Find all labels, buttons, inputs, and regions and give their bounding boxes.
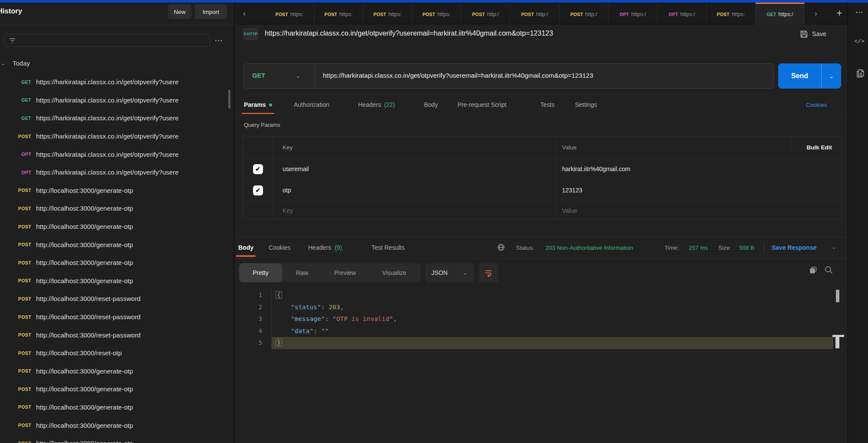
save-button[interactable]: Save <box>812 30 826 37</box>
save-icon[interactable] <box>800 30 808 38</box>
response-section-divider <box>235 237 848 237</box>
history-item[interactable]: OPThttps://harkiratapi.classx.co.in/get/… <box>0 145 231 163</box>
cookies-link[interactable]: Cookies <box>806 95 827 114</box>
history-item[interactable]: POSThttps://harkiratapi.classx.co.in/get… <box>0 127 231 145</box>
response-body-code[interactable]: 1{2 "status": 203,3 "message": "OTP is i… <box>235 289 833 349</box>
today-group-label[interactable]: Today <box>13 60 30 67</box>
open-request-tab[interactable]: OPThttps:/ <box>658 3 707 24</box>
save-response-chevron-icon[interactable]: ⌄ <box>832 244 836 250</box>
response-tab-cookies[interactable]: Cookies <box>269 238 291 257</box>
wrap-text-button[interactable] <box>479 263 499 282</box>
tab-url-label: http:/ <box>536 11 548 17</box>
request-tab-tests[interactable]: Tests <box>540 95 555 114</box>
history-item[interactable]: GEThttps://harkiratapi.classx.co.in/get/… <box>0 91 231 109</box>
history-filter-input[interactable] <box>3 34 210 47</box>
search-response-icon[interactable] <box>824 265 833 274</box>
open-request-tab[interactable]: GEThttps:/ <box>756 3 805 24</box>
request-tab-pre-request-script[interactable]: Pre-request Script <box>457 95 506 114</box>
sidebar-scrollbar-thumb[interactable] <box>228 89 230 109</box>
history-item[interactable]: POSThttp://localhost:3000/generate-otp <box>0 199 231 218</box>
today-collapse-chevron-icon[interactable]: ⌄ <box>1 60 6 66</box>
url-input[interactable]: https://harkiratapi.classx.co.in/get/otp… <box>323 72 766 79</box>
method-selector-chevron-icon[interactable]: ⌄ <box>296 73 300 79</box>
history-url: http://localhost:3000/reset-password <box>36 331 141 339</box>
view-mode-pretty[interactable]: Pretty <box>239 263 282 282</box>
history-item[interactable]: POSThttp://localhost:3000/generate-otp <box>0 272 231 290</box>
request-tab-headers[interactable]: Headers(22) <box>358 95 395 114</box>
param-value-cell[interactable]: harkirat.iitr%40gmail.com <box>562 165 630 172</box>
history-item[interactable]: POSThttp://localhost:3000/reset-otp <box>0 344 231 362</box>
request-tab-params[interactable]: Params <box>244 95 272 114</box>
tab-label: Params <box>244 101 266 108</box>
request-tab-body[interactable]: Body <box>424 95 438 114</box>
history-item[interactable]: POSThttp://localhost:3000/generate-otp <box>0 218 231 236</box>
history-item[interactable]: POSThttp://localhost:3000/reset-password <box>0 326 231 344</box>
history-item[interactable]: POSThttp://localhost:3000/generate-otp <box>0 416 231 434</box>
open-request-tab[interactable]: POSThttp:/ <box>461 3 510 24</box>
history-item[interactable]: POSThttp://localhost:3000/generate-otp <box>0 380 231 398</box>
code-snippet-icon[interactable]: </> <box>851 36 868 46</box>
history-item[interactable]: GEThttps://harkiratapi.classx.co.in/get/… <box>0 109 231 127</box>
import-button[interactable]: Import <box>195 4 227 19</box>
sidebar-header-divider <box>0 25 234 25</box>
history-item[interactable]: OPThttps://harkiratapi.classx.co.in/get/… <box>0 163 231 182</box>
param-key-placeholder[interactable]: Key <box>283 207 293 214</box>
tabs-scroll-right-icon[interactable]: › <box>810 7 822 20</box>
tab-method-label: POST <box>325 12 337 17</box>
history-item[interactable]: POSThttp://localhost:3000/generate-otp <box>0 235 231 254</box>
tabs-scroll-left-icon[interactable]: ‹ <box>238 7 250 20</box>
tab-url-label: http:/ <box>487 11 499 17</box>
send-label[interactable]: Send <box>778 63 821 89</box>
copy-response-icon[interactable] <box>809 266 818 274</box>
tab-url-label: https: <box>388 11 402 17</box>
open-request-tab[interactable]: POSThttps: <box>265 3 314 24</box>
send-button[interactable]: Send ⌄ <box>778 63 841 89</box>
param-value-placeholder[interactable]: Value <box>562 207 577 214</box>
open-request-tab[interactable]: POSThttps: <box>363 3 412 24</box>
history-item[interactable]: GEThttps://harkiratapi.classx.co.in/get/… <box>0 73 231 91</box>
response-tab-headers[interactable]: Headers(9) <box>308 238 342 257</box>
new-button[interactable]: New <box>168 4 191 19</box>
view-mode-raw[interactable]: Raw <box>282 263 322 282</box>
tab-overflow-menu-icon[interactable]: ••• <box>852 7 868 17</box>
save-response-button[interactable]: Save Response <box>772 244 817 251</box>
param-key-cell[interactable]: otp <box>283 187 291 194</box>
history-more-options-icon[interactable]: ••• <box>212 34 227 47</box>
view-mode-preview[interactable]: Preview <box>322 263 368 282</box>
param-value-cell[interactable]: 123123 <box>562 187 582 194</box>
open-request-tab[interactable]: POSThttps: <box>314 3 363 24</box>
response-format-dropdown[interactable]: JSON ⌄ <box>425 263 474 282</box>
open-request-tab[interactable]: POSThttps: <box>707 3 756 24</box>
tab-label: Settings <box>575 101 597 108</box>
documentation-icon[interactable] <box>856 69 865 78</box>
open-request-tab[interactable]: OPThttps:/ <box>608 3 658 24</box>
code-token: "" <box>321 327 329 334</box>
param-checkbox[interactable]: ✔ <box>253 164 263 174</box>
history-item[interactable]: POSThttp://localhost:3000/reset-password <box>0 290 231 308</box>
history-url: http://localhost:3000/generate-otp <box>36 422 133 429</box>
history-item[interactable]: POSThttp://localhost:3000/generate-otp <box>0 182 231 200</box>
view-mode-visualize[interactable]: Visualize <box>368 263 421 282</box>
response-tab-body[interactable]: Body <box>238 238 253 257</box>
param-key-cell[interactable]: useremail <box>283 165 309 172</box>
line-number: 5 <box>235 337 271 349</box>
history-item[interactable]: POSThttp://localhost:3000/generate-otp <box>0 398 231 417</box>
history-method-label: POST <box>0 260 31 265</box>
request-tab-settings[interactable]: Settings <box>575 95 597 114</box>
history-item[interactable]: POSThttp://localhost:3000/generate-otp <box>0 362 231 380</box>
history-item[interactable]: POSThttp://localhost:3000/generate-otp <box>0 434 231 443</box>
open-request-tab[interactable]: POSThttp:/ <box>559 3 608 24</box>
open-request-tab[interactable]: POSThttp:/ <box>510 3 559 24</box>
history-item[interactable]: POSThttp://localhost:3000/reset-password <box>0 308 231 326</box>
history-item[interactable]: POSThttp://localhost:3000/generate-otp <box>0 254 231 272</box>
method-selector[interactable]: GET <box>252 72 265 79</box>
param-checkbox[interactable]: ✔ <box>253 185 263 195</box>
code-scrollbar-thumb[interactable] <box>836 290 839 302</box>
send-options-chevron-icon[interactable]: ⌄ <box>822 63 841 89</box>
response-tab-test-results[interactable]: Test Results <box>372 238 404 257</box>
bulk-edit-button[interactable]: Bulk Edit <box>806 144 832 151</box>
request-tab-authorization[interactable]: Authorization <box>294 95 329 114</box>
open-request-tab[interactable]: POSThttps: <box>412 3 461 24</box>
new-tab-button[interactable]: + <box>833 5 846 21</box>
time-label: Time: <box>664 245 679 251</box>
